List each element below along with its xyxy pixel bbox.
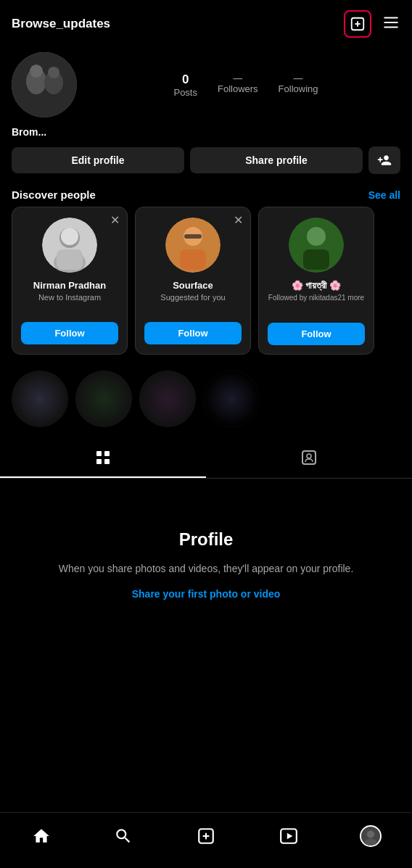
person-card-0: ✕ Nirman Pradhan New to Instagram Follow — [12, 207, 128, 355]
person-card-2: 🌸 গায়ত্রী 🌸 Followed by nikitadas21 mor… — [258, 207, 374, 355]
svg-rect-26 — [104, 459, 110, 464]
svg-point-9 — [30, 65, 43, 78]
posts-count: 0 — [182, 73, 189, 87]
avatar[interactable] — [12, 52, 77, 117]
nav-reels[interactable] — [269, 822, 308, 851]
nav-avatar — [360, 825, 382, 847]
empty-description: When you share photos and videos, they'l… — [59, 561, 354, 576]
hamburger-button[interactable] — [382, 13, 400, 35]
follow-button-1[interactable]: Follow — [144, 322, 242, 344]
svg-rect-22 — [303, 249, 329, 270]
tab-tagged[interactable] — [206, 439, 412, 478]
svg-rect-24 — [104, 451, 110, 456]
profile-header: 0 Posts — Followers — Following — [0, 45, 412, 122]
username-display: Browse_updates — [12, 17, 110, 31]
story-item-2[interactable] — [139, 371, 196, 427]
follow-button-0[interactable]: Follow — [21, 322, 118, 344]
svg-rect-27 — [302, 451, 316, 464]
close-card-0[interactable]: ✕ — [110, 215, 120, 226]
svg-point-28 — [307, 454, 311, 458]
see-all-button[interactable]: See all — [368, 189, 400, 201]
story-item-0[interactable] — [12, 371, 68, 427]
bottom-nav — [0, 812, 412, 868]
stat-posts[interactable]: 0 Posts — [173, 73, 197, 98]
tab-grid[interactable] — [0, 439, 206, 478]
svg-rect-18 — [180, 249, 206, 270]
nav-profile[interactable] — [351, 822, 390, 851]
person-avatar-img-2 — [289, 218, 344, 273]
action-buttons: Edit profile Share profile — [0, 139, 412, 181]
close-card-1[interactable]: ✕ — [234, 215, 243, 226]
grid-icon — [94, 449, 112, 466]
svg-rect-25 — [96, 459, 102, 464]
story-img-2 — [139, 371, 196, 427]
share-profile-button[interactable]: Share profile — [190, 147, 363, 173]
nav-create[interactable] — [186, 822, 226, 851]
svg-rect-5 — [384, 26, 398, 28]
svg-point-21 — [307, 227, 326, 246]
nav-home[interactable] — [22, 822, 61, 851]
person-name-0: Nirman Pradhan — [33, 280, 106, 291]
discover-title: Discover people — [12, 189, 96, 201]
person-photo-1 — [165, 218, 221, 273]
person-photo-0 — [42, 218, 97, 273]
tabs — [0, 439, 412, 479]
following-label: Following — [279, 83, 318, 94]
add-content-button[interactable] — [344, 10, 371, 38]
stat-following[interactable]: — Following — [279, 73, 318, 98]
empty-title: Profile — [179, 529, 234, 550]
person-card-1: ✕ Sourface Suggested for you Follow — [135, 207, 251, 355]
search-icon — [114, 827, 133, 846]
story-row — [0, 362, 412, 433]
person-sub-2: Followed by nikitadas21 more — [268, 294, 364, 314]
plus-square-icon — [350, 16, 366, 32]
avatar-placeholder — [12, 52, 77, 117]
story-item-3[interactable] — [203, 371, 260, 427]
svg-rect-15 — [57, 249, 83, 270]
stat-followers[interactable]: — Followers — [218, 73, 258, 98]
svg-rect-4 — [384, 22, 398, 23]
profile-display-name: Brom... — [0, 122, 412, 139]
edit-profile-button[interactable]: Edit profile — [12, 147, 184, 173]
following-count: — — [294, 73, 303, 83]
person-avatar-img-0 — [42, 218, 97, 273]
profile-empty-state: Profile When you share photos and videos… — [0, 479, 412, 629]
top-nav-icons — [344, 10, 400, 38]
avatar-image — [12, 52, 77, 117]
story-item-1[interactable] — [75, 371, 132, 427]
person-name-2: 🌸 গায়ত্রী 🌸 — [292, 280, 341, 292]
person-avatar-img-1 — [165, 218, 221, 273]
svg-rect-19 — [184, 234, 202, 239]
menu-icon — [382, 13, 400, 32]
person-avatar-1 — [165, 218, 221, 273]
svg-point-14 — [61, 228, 78, 245]
person-photo-2 — [289, 218, 344, 273]
share-first-photo-link[interactable]: Share your first photo or video — [132, 588, 281, 600]
person-name-1: Sourface — [173, 280, 213, 291]
follow-button-2[interactable]: Follow — [268, 323, 365, 345]
top-nav: Browse_updates — [0, 0, 412, 45]
nav-search[interactable] — [104, 822, 143, 851]
person-sub-1: Suggested for you — [160, 293, 225, 313]
person-sub-0: New to Instagram — [38, 293, 101, 313]
story-img-1 — [75, 371, 132, 427]
followers-label: Followers — [218, 83, 258, 94]
person-avatar-0 — [42, 218, 97, 273]
reels-icon — [279, 827, 298, 846]
posts-label: Posts — [173, 87, 197, 98]
person-avatar-2 — [289, 218, 344, 273]
profile-stats: 0 Posts — Followers — Following — [91, 73, 400, 98]
svg-rect-23 — [96, 451, 102, 456]
followers-count: — — [233, 73, 242, 83]
story-img-0 — [12, 371, 68, 427]
svg-point-10 — [48, 67, 59, 78]
people-scroll: ✕ Nirman Pradhan New to Instagram Follow… — [0, 207, 412, 362]
nav-avatar-img — [361, 827, 380, 846]
svg-marker-33 — [287, 833, 292, 840]
svg-point-35 — [367, 830, 374, 838]
person-tag-icon — [300, 449, 318, 466]
add-person-button[interactable] — [368, 146, 400, 174]
create-icon — [197, 827, 215, 846]
home-icon — [32, 827, 51, 846]
story-img-3 — [203, 371, 260, 427]
